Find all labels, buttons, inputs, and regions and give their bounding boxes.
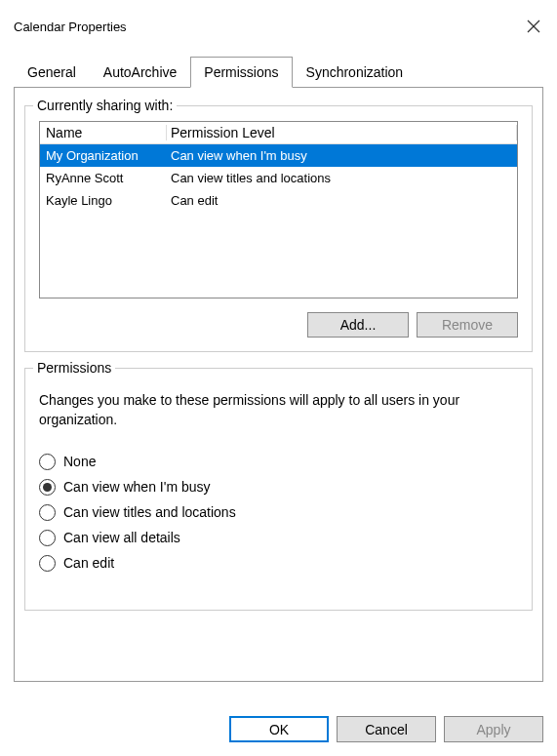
dialog-title: Calendar Properties: [14, 20, 127, 34]
tab-body: Currently sharing with: Name Permission …: [14, 87, 543, 682]
close-icon[interactable]: [524, 17, 543, 36]
radio-details[interactable]: Can view all details: [39, 530, 518, 546]
ok-button[interactable]: OK: [229, 716, 329, 742]
tab-general[interactable]: General: [14, 57, 90, 88]
radio-none[interactable]: None: [39, 454, 518, 470]
apply-button[interactable]: Apply: [444, 716, 543, 742]
sharing-group: Currently sharing with: Name Permission …: [24, 105, 533, 352]
tab-permissions[interactable]: Permissions: [190, 57, 292, 88]
list-header: Name Permission Level: [40, 122, 517, 144]
radio-label: None: [63, 454, 96, 469]
list-row[interactable]: Kayle Lingo Can edit: [40, 189, 517, 212]
permissions-group: Permissions Changes you make to these pe…: [24, 368, 533, 611]
col-header-permission[interactable]: Permission Level: [167, 125, 517, 140]
col-header-name[interactable]: Name: [46, 125, 167, 140]
cancel-button[interactable]: Cancel: [337, 716, 436, 742]
list-cell-name: Kayle Lingo: [46, 193, 167, 208]
radio-label: Can edit: [63, 555, 114, 571]
permissions-group-label: Permissions: [33, 360, 115, 376]
list-cell-permission: Can view titles and locations: [167, 171, 517, 185]
radio-label: Can view titles and locations: [63, 504, 236, 520]
list-cell-permission: Can edit: [167, 193, 517, 208]
list-row[interactable]: My Organization Can view when I'm busy: [40, 144, 517, 167]
sharing-group-label: Currently sharing with:: [33, 98, 177, 113]
sharing-buttons: Add... Remove: [39, 312, 518, 338]
radio-titles[interactable]: Can view titles and locations: [39, 504, 518, 521]
radio-icon: [39, 479, 56, 496]
list-cell-name: RyAnne Scott: [46, 171, 167, 185]
radio-icon: [39, 530, 56, 546]
tab-synchronization[interactable]: Synchronization: [293, 57, 418, 88]
radio-label: Can view all details: [63, 530, 180, 545]
tabs: General AutoArchive Permissions Synchron…: [14, 57, 543, 88]
radio-icon: [39, 504, 56, 521]
radio-icon: [39, 454, 56, 470]
radio-label: Can view when I'm busy: [63, 479, 211, 495]
radio-edit[interactable]: Can edit: [39, 555, 518, 572]
radio-icon: [39, 555, 56, 572]
list-cell-permission: Can view when I'm busy: [167, 148, 517, 163]
tab-autoarchive[interactable]: AutoArchive: [90, 57, 190, 88]
radio-busy[interactable]: Can view when I'm busy: [39, 479, 518, 496]
titlebar: Calendar Properties: [0, 0, 557, 43]
remove-button[interactable]: Remove: [417, 312, 518, 338]
list-row[interactable]: RyAnne Scott Can view titles and locatio…: [40, 167, 517, 189]
sharing-list[interactable]: Name Permission Level My Organization Ca…: [39, 121, 518, 298]
list-cell-name: My Organization: [46, 148, 167, 163]
permissions-description: Changes you make to these permissions wi…: [39, 390, 518, 430]
dialog-buttons: OK Cancel Apply: [229, 716, 543, 742]
add-button[interactable]: Add...: [307, 312, 409, 338]
